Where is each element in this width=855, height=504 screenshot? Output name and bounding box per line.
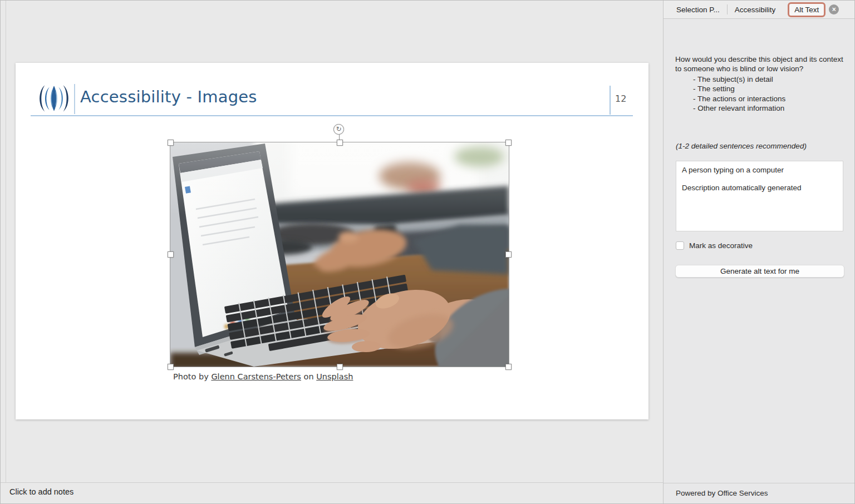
typing-photo-illustration <box>170 142 509 367</box>
guideline-item: - The subject(s) in detail <box>693 75 785 84</box>
guideline-item: - Other relevant information <box>693 103 785 113</box>
powered-by-text: Powered by Office Services <box>676 489 768 497</box>
title-underline <box>31 115 633 116</box>
pane-divider <box>6 1 6 482</box>
guideline-item: - The actions or interactions <box>693 94 785 103</box>
guideline-item: - The setting <box>693 84 785 93</box>
selection-handle-n[interactable] <box>337 140 343 146</box>
selection-handle-s[interactable] <box>337 364 343 370</box>
tab-alt-text[interactable]: Alt Text <box>788 2 825 17</box>
page-number-separator <box>610 86 611 115</box>
generate-alt-text-button[interactable]: Generate alt text for me <box>675 265 844 278</box>
alt-text-panel: Selection P... Accessibility Alt Text × … <box>663 1 855 504</box>
alt-text-question: How would you describe this object and i… <box>675 55 846 74</box>
slide-image[interactable] <box>170 142 509 367</box>
alt-text-guidelines: - The subject(s) in detail - The setting… <box>693 75 785 113</box>
notes-divider[interactable] <box>1 482 663 483</box>
rotate-handle-icon[interactable]: ↻ <box>333 124 344 135</box>
header-separator <box>74 84 75 114</box>
notes-placeholder[interactable]: Click to add notes <box>9 487 73 496</box>
alt-text-hint: (1-2 detailed sentences recommended) <box>676 142 807 150</box>
image-caption: Photo by Glenn Carstens-Peters on Unspla… <box>173 372 353 381</box>
mark-decorative-row[interactable]: Mark as decorative <box>676 241 753 250</box>
selection-handle-e[interactable] <box>505 251 512 258</box>
selection-handle-nw[interactable] <box>168 140 174 146</box>
alt-text-input[interactable]: A person typing on a computer Descriptio… <box>676 161 843 231</box>
selection-handle-ne[interactable] <box>505 140 512 146</box>
mark-decorative-checkbox[interactable] <box>676 241 684 250</box>
tab-accessibility[interactable]: Accessibility <box>728 6 783 14</box>
tab-selection-pane[interactable]: Selection P... <box>669 6 727 14</box>
mark-decorative-label: Mark as decorative <box>689 241 753 250</box>
slide-editor-area: Accessibility - Images 12 <box>1 1 663 504</box>
slide-title[interactable]: Accessibility - Images <box>80 87 257 106</box>
close-panel-icon[interactable]: × <box>829 4 839 14</box>
slide-canvas[interactable]: Accessibility - Images 12 <box>16 63 648 419</box>
caption-prefix: Photo by <box>173 372 211 381</box>
caption-middle: on <box>301 372 316 381</box>
panel-tab-bar: Selection P... Accessibility Alt Text × <box>664 1 855 19</box>
slide-page-number: 12 <box>615 93 637 104</box>
accessibility-logo-icon <box>36 83 72 114</box>
selection-handle-sw[interactable] <box>168 364 174 370</box>
caption-link-author[interactable]: Glenn Carstens-Peters <box>211 372 301 381</box>
selection-handle-w[interactable] <box>168 251 174 258</box>
selection-handle-se[interactable] <box>505 364 512 370</box>
panel-footer-divider <box>664 483 855 483</box>
caption-link-unsplash[interactable]: Unsplash <box>316 372 353 381</box>
